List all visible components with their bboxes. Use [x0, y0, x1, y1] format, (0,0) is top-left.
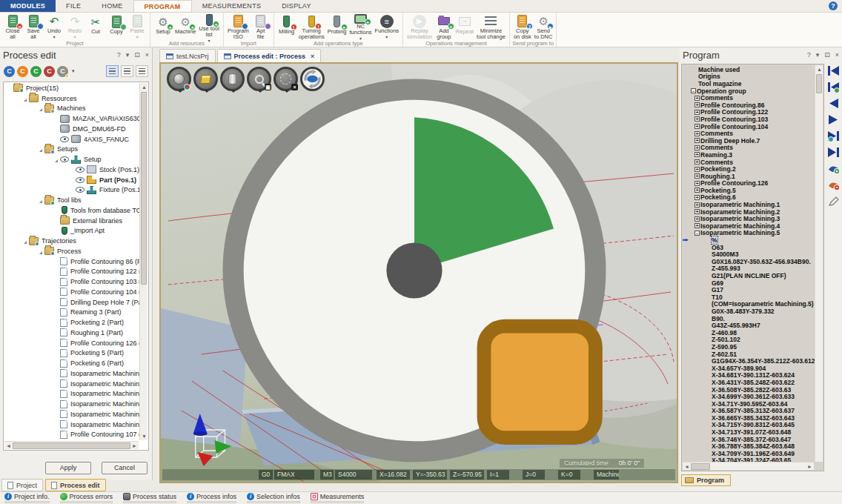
program-node-profile-contouring-103[interactable]: +Profile Contouring.103 [682, 116, 815, 123]
gcode-line[interactable]: G43Z-455.993H7 [682, 322, 815, 329]
tree-item-isoparametric-machining-5-part[interactable]: Isoparametric Machining 5 (Part) [4, 409, 139, 420]
program-node-isoparametric-machining-5[interactable]: -Isoparametric Machining.5 [682, 230, 815, 237]
bottom-tab-project[interactable]: Project [1, 479, 43, 491]
tree-item-dmg-dmu65-fd[interactable]: DMG_DMU65-FD [4, 124, 139, 134]
horizontal-scrollbar[interactable]: ◄ ► [683, 462, 814, 470]
ribbon-button-save-all[interactable]: Save all [23, 13, 44, 40]
program-node-pocketing-5[interactable]: +Pocketing.5 [682, 187, 815, 194]
gcode-line[interactable]: Z-460.98 [682, 329, 815, 336]
expander-icon[interactable] [39, 146, 42, 152]
view-toggle-2[interactable] [121, 65, 133, 77]
status-item-project-info[interactable]: iProject info. [4, 493, 50, 503]
gcode-line[interactable]: X-34.71Y-390.595Z-603.64 [682, 400, 815, 408]
program-node-comments[interactable]: +Comments [682, 130, 815, 137]
ribbon-button-milling[interactable]: !Milling [276, 13, 297, 40]
tab-home[interactable]: HOME [91, 0, 133, 12]
expand-icon[interactable]: + [695, 159, 700, 165]
edit-button[interactable] [827, 196, 840, 207]
gcode-line[interactable]: Z-602.51 [682, 351, 815, 358]
gcode-line[interactable]: X-36.665Y-385.343Z-603.643 [682, 414, 815, 422]
expand-icon[interactable]: + [695, 216, 700, 222]
gcode-line[interactable]: % [682, 236, 815, 244]
scroll-left-icon[interactable]: ◄ [683, 462, 691, 471]
program-node-operation-group[interactable]: -Operation group [682, 87, 815, 95]
program-node-reaming-3[interactable]: +Reaming.3 [682, 151, 815, 159]
scroll-right-icon[interactable]: ► [806, 462, 814, 471]
ribbon-button-repeat[interactable]: ~Repeat [454, 13, 475, 40]
program-node-profile-contouring-104[interactable]: +Profile Contouring.104 [682, 123, 815, 130]
scroll-up-icon[interactable]: ▲ [140, 83, 148, 91]
gcode-line[interactable]: X-36.788Y-385.384Z-603.648 [682, 442, 815, 450]
tree-item-tool-libs[interactable]: Tool libs [4, 195, 139, 205]
program-node-profile-contouring-126[interactable]: +Profile Contouring.126 [682, 180, 815, 188]
expand-icon[interactable]: + [695, 202, 700, 208]
horizontal-scrollbar[interactable]: ◄ ► [4, 441, 139, 449]
expander-icon[interactable] [39, 248, 42, 254]
gcode-line[interactable]: X-34.657Y-389.904 [682, 365, 815, 372]
tab-display[interactable]: DISPLAY [271, 0, 321, 12]
gcode-line[interactable]: G1G94X-36.354Y-385.212Z-603.612F1 [682, 357, 815, 365]
tree-item-setups[interactable]: Setups [4, 145, 139, 155]
expand-icon[interactable]: + [695, 138, 700, 143]
ribbon-button-turning-operations[interactable]: !Turning operations [297, 13, 326, 40]
cancel-button[interactable]: Cancel [102, 462, 147, 474]
gcode-line[interactable]: G0X-38.483Y-379.332 [682, 308, 815, 315]
program-node-origins[interactable]: Origins [682, 73, 815, 81]
program-node-pocketing-2[interactable]: +Pocketing.2 [682, 165, 815, 173]
gcode-line[interactable]: X-36.587Y-385.313Z-603.637 [682, 408, 815, 415]
tree-item-pocketing-6-part[interactable]: Pocketing 6 (Part) [4, 358, 139, 368]
go-previous-operation-button[interactable] [827, 82, 840, 93]
view-toggle-3[interactable] [136, 65, 148, 77]
tree-item-process[interactable]: Process [4, 246, 139, 256]
tree-item-profile-contouring-104-part[interactable]: Profile Contouring 104 (Part) [4, 287, 139, 297]
gcode-line[interactable]: X-34.699Y-390.361Z-603.633 [682, 393, 815, 400]
gcode-line[interactable]: Z-590.95 [682, 343, 815, 351]
blue-c-icon[interactable]: C [4, 66, 15, 77]
go-last-button[interactable] [827, 147, 840, 158]
tree-item-profile-contouring-107-part[interactable]: Profile Contouring 107 (Part) [4, 430, 139, 440]
vertical-scrollbar[interactable]: ▲ ▼ [139, 83, 147, 440]
tree-item-machines[interactable]: Machines [4, 104, 139, 114]
chevron-down-icon[interactable]: ▾ [72, 68, 75, 74]
ribbon-button-copy[interactable]: Copy [106, 13, 127, 40]
ribbon-button-functions[interactable]: ≡Functions [374, 13, 401, 40]
tree-item-reaming-3-part[interactable]: Reaming 3 (Part) [4, 308, 139, 318]
go-first-button[interactable] [827, 65, 840, 76]
tree-item-mazak-variaxis630[interactable]: MAZAK_VARIAXIS630 [4, 113, 139, 124]
status-item-process-infos[interactable]: iProcess infos [187, 493, 236, 503]
gcode-line[interactable]: X-34.681Y-390.131Z-603.624 [682, 372, 815, 379]
tree-item-trajectories[interactable]: Trajectories [4, 236, 139, 246]
ribbon-button-undo[interactable]: ↶Undo [44, 13, 64, 40]
expander-icon[interactable] [39, 197, 42, 203]
viewport-3d[interactable]: ▣ × G0FMAXM3S4000X=16.082Y=-350.63Z=-570… [159, 62, 678, 483]
ribbon-button-replay-simulation[interactable]: ▶Replay simulation [405, 13, 434, 40]
program-node-comments[interactable]: +Comments [682, 145, 815, 152]
program-node-isoparametric-machining-2[interactable]: +Isoparametric Machining.2 [682, 208, 815, 216]
ribbon-button-nc-functions[interactable]: +NC functions [348, 13, 374, 40]
tree-item-tools-from-database-tool[interactable]: Tools from database TOOL [4, 205, 139, 216]
gcode-line[interactable]: O63 [682, 244, 815, 251]
tree-item-profile-contouring-126-part[interactable]: Profile Contouring 126 (Part) [4, 338, 139, 348]
tree-item-external-libraries[interactable]: External libraries [4, 216, 139, 226]
tab-file[interactable]: FILE [56, 0, 91, 12]
gcode-line[interactable]: G21(PLAN INCLINE OFF) [682, 272, 815, 279]
play-backward-button[interactable] [827, 98, 840, 109]
tab-program[interactable]: PROGRAM [133, 0, 192, 12]
close-icon[interactable]: × [835, 51, 839, 59]
tree-item-pocketing-2-part[interactable]: Pocketing 2 (Part) [4, 317, 139, 328]
tree-item-profile-contouring-103-part[interactable]: Profile Contouring 103 (Part) [4, 276, 139, 287]
gcode-line[interactable]: X-34.715Y-390.831Z-603.645 [682, 422, 815, 429]
remove-tool-button[interactable] [827, 179, 840, 190]
collapse-icon[interactable]: - [691, 88, 696, 93]
viewport-tab-test-ncsprj[interactable]: test.NcsPrj [159, 49, 216, 62]
ribbon-button-send-to-dnc[interactable]: ⚙▸Send to DNC [533, 13, 554, 40]
expander-icon[interactable] [39, 105, 42, 111]
scroll-right-icon[interactable]: ► [130, 442, 139, 450]
scroll-left-icon[interactable]: ◄ [4, 442, 13, 450]
gcode-line[interactable]: S4000M3 [682, 251, 815, 258]
status-item-process-errors[interactable]: Process errors [60, 493, 113, 503]
gcode-line[interactable]: T10 [682, 294, 815, 301]
chevron-down-icon[interactable]: ▾ [126, 51, 130, 59]
green-c-icon[interactable]: C [30, 66, 42, 77]
tree-item-ressources[interactable]: Ressources [4, 93, 139, 104]
